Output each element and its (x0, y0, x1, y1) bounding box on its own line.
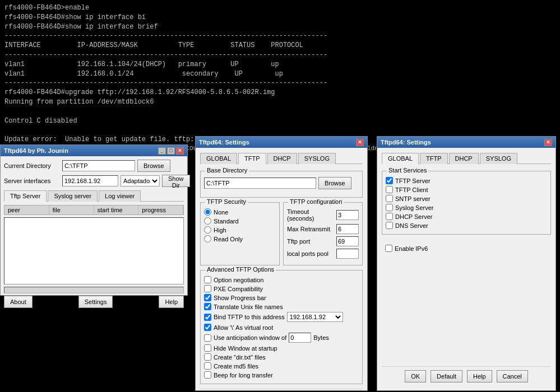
terminal-line: INTERFACE IP-ADDRESS/MASK TYPE STATUS PR… (4, 41, 489, 50)
current-directory-input[interactable] (62, 160, 135, 171)
tab-log-viewer[interactable]: Log viewer (99, 190, 141, 202)
create-dir-txt-label: Create "dir.txt" files (214, 354, 266, 361)
settings1-tab-syslog[interactable]: SYSLOG (298, 153, 336, 164)
settings2-tab-syslog[interactable]: SYSLOG (480, 153, 517, 164)
settings2-tab-global[interactable]: GLOBAL (382, 153, 419, 164)
show-progress-cb[interactable] (204, 294, 211, 301)
terminal-line: rfs4000-FB464D#upgrade tftp://192.168.1.… (4, 88, 489, 97)
start-services-group: Start Services TFTP Server TFTP Client S… (382, 171, 551, 235)
anticipation-cb[interactable] (204, 334, 211, 342)
settings1-tab-dhcp[interactable]: DHCP (267, 153, 297, 164)
tftpd-main-window: Tftpd64 by Ph. Jounin _ □ ✕ Current Dire… (0, 144, 188, 296)
pxe-compat-cb[interactable] (204, 285, 211, 292)
sntp-server-service-cb[interactable] (386, 195, 393, 202)
settings2-default-button[interactable]: Default (431, 370, 462, 382)
radio-high-row: High (204, 226, 276, 234)
show-progress-label: Show Progress bar (214, 295, 266, 301)
settings1-tab-global[interactable]: GLOBAL (200, 153, 237, 164)
beep-cb[interactable] (204, 371, 211, 379)
anticipation-row: Use anticipation window of Bytes (204, 333, 359, 343)
beep-label: Beep for long transfer (214, 372, 273, 379)
allow-virtual-root-cb[interactable] (204, 324, 211, 331)
tftp-port-input[interactable] (336, 236, 359, 246)
settings1-tab-tftp[interactable]: TFTP (238, 153, 266, 164)
radio-standard[interactable] (204, 217, 211, 225)
server-interfaces-input[interactable] (62, 175, 118, 186)
help-button[interactable]: Help (159, 296, 184, 308)
settings1-titlebar: Tftpd64: Settings ✕ (196, 137, 367, 148)
settings2-tab-dhcp[interactable]: DHCP (449, 153, 479, 164)
terminal-line: ----------------------------------------… (4, 78, 489, 88)
radio-readonly[interactable] (204, 235, 211, 242)
tab-syslog-server[interactable]: Syslog server (48, 190, 98, 202)
radio-high[interactable] (204, 226, 211, 234)
col-start-time: start time (94, 206, 139, 214)
browse-button[interactable]: Browse (137, 160, 170, 172)
bind-tftp-cb[interactable] (204, 314, 211, 321)
settings2-title: Tftpd64: Settings (381, 139, 431, 146)
tftpd-main-title: Tftpd64 by Ph. Jounin (4, 147, 68, 154)
local-ports-input[interactable] (336, 249, 359, 259)
base-dir-browse-button[interactable]: Browse (318, 177, 351, 189)
radio-readonly-row: Read Only (204, 235, 276, 242)
settings1-close-button[interactable]: ✕ (356, 139, 364, 146)
anticipation-input[interactable] (289, 333, 311, 343)
settings2-tab-tftp[interactable]: TFTP (420, 153, 448, 164)
base-directory-input[interactable] (204, 178, 316, 189)
tftp-port-label: Tftp port (287, 238, 334, 245)
tftp-security-radios: None Standard High Read Only (204, 208, 276, 242)
create-dir-txt-cb[interactable] (204, 353, 211, 361)
tftp-table-header: peer file start time progress (4, 205, 184, 215)
radio-standard-label: Standard (214, 218, 239, 225)
dns-server-service-cb[interactable] (386, 222, 393, 229)
enable-ipv6-label: Enable IPv6 (395, 245, 428, 252)
option-negotiation-cb[interactable] (204, 276, 211, 283)
minimize-button[interactable]: _ (158, 147, 166, 155)
tab-tftp-server[interactable]: Tftp Server (4, 190, 47, 202)
settings-button[interactable]: Settings (78, 296, 113, 308)
hide-window-cb[interactable] (204, 344, 211, 352)
show-dir-button[interactable]: Show Dir (162, 175, 190, 187)
beep-row: Beep for long transfer (204, 371, 359, 379)
settings1-titlebar-buttons: ✕ (356, 139, 364, 146)
settings2-help-button[interactable]: Help (467, 370, 492, 382)
settings2-ok-button[interactable]: OK (405, 370, 426, 382)
tftp-server-service-cb[interactable] (386, 177, 393, 184)
main-footer: About Settings Help (4, 296, 184, 308)
settings2-cancel-button[interactable]: Cancel (497, 370, 528, 382)
about-button[interactable]: About (4, 296, 33, 308)
create-md5-cb[interactable] (204, 362, 211, 370)
bind-address-select[interactable]: 192.168.1.92 (287, 312, 343, 322)
server-interfaces-row: Server interfaces Adaptador Show Dir (4, 175, 184, 187)
tftpd-main-body: Current Directory Browse Server interfac… (1, 156, 187, 311)
timeout-input[interactable] (336, 210, 359, 220)
translate-unix-cb[interactable] (204, 303, 211, 310)
enable-ipv6-cb[interactable] (385, 245, 392, 252)
translate-unix-row: Translate Unix file names (204, 303, 359, 310)
tftp-table-body (4, 217, 184, 284)
timeout-row: Timeout (seconds) (287, 208, 359, 222)
dhcp-server-service-cb[interactable] (386, 213, 393, 220)
local-ports-row: local ports pool (287, 249, 359, 259)
col-peer: peer (4, 206, 49, 214)
adapter-select[interactable]: Adaptador (121, 175, 160, 186)
radio-none[interactable] (204, 208, 211, 216)
terminal-line: rfs4000-FB464D#show ip interface bi (4, 13, 489, 22)
max-retransmit-input[interactable] (336, 224, 359, 234)
create-dir-txt-row: Create "dir.txt" files (204, 353, 359, 361)
terminal-line: Control C disabled (4, 116, 489, 126)
horizontal-scrollbar[interactable] (4, 287, 184, 293)
bytes-label: Bytes (313, 334, 329, 341)
maximize-button[interactable]: □ (167, 147, 175, 155)
pxe-compat-row: PXE Compatibility (204, 285, 359, 292)
server-interfaces-label: Server interfaces (4, 178, 60, 184)
tftp-client-service-cb[interactable] (386, 186, 393, 193)
syslog-server-service-cb[interactable] (386, 204, 393, 211)
settings2-close-button[interactable]: ✕ (544, 139, 552, 146)
settings1-footer: OK Default Help Cancel (200, 389, 363, 392)
sntp-server-service-row: SNTP server (386, 195, 547, 202)
terminal-line (4, 107, 489, 116)
settings2-footer: OK Default Help Cancel (382, 366, 551, 386)
settings1-window: Tftpd64: Settings ✕ GLOBAL TFTP DHCP SYS… (195, 136, 368, 391)
close-button[interactable]: ✕ (176, 147, 184, 155)
